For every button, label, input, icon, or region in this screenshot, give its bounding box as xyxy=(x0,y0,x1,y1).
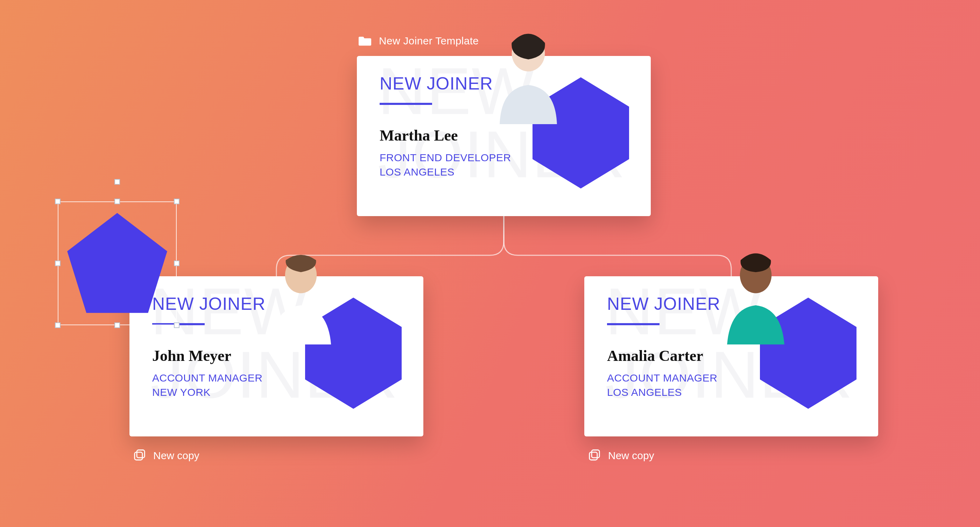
card-template-master[interactable]: NEW JOINER NEW JOINER Martha Lee FRONT E… xyxy=(357,56,651,216)
resize-handle-top-left[interactable] xyxy=(55,198,60,204)
svg-marker-10 xyxy=(67,213,167,313)
rotation-handle[interactable] xyxy=(115,179,120,185)
svg-rect-6 xyxy=(137,450,145,458)
resize-handle-bottom-right[interactable] xyxy=(174,322,180,328)
avatar-placeholder xyxy=(490,26,567,124)
resize-handle-bottom-left[interactable] xyxy=(55,322,60,328)
resize-handle-top-right[interactable] xyxy=(174,198,180,204)
copy-label-left[interactable]: New copy xyxy=(133,448,199,463)
copy-label-text: New copy xyxy=(608,450,654,462)
design-canvas[interactable]: New Joiner Template NEW JOINER NEW JOINE… xyxy=(0,0,980,527)
avatar-placeholder xyxy=(717,246,794,344)
template-header[interactable]: New Joiner Template xyxy=(359,35,479,47)
copy-label-text: New copy xyxy=(153,450,199,462)
copy-icon xyxy=(588,448,601,463)
template-title: New Joiner Template xyxy=(379,35,479,47)
svg-rect-9 xyxy=(590,452,597,460)
heading-underline xyxy=(607,323,660,325)
selected-shape-pentagon[interactable] xyxy=(58,182,177,325)
pentagon-shape[interactable] xyxy=(64,208,170,320)
svg-rect-7 xyxy=(135,452,142,460)
resize-handle-bottom-middle[interactable] xyxy=(115,322,120,328)
resize-handle-middle-left[interactable] xyxy=(55,260,60,266)
avatar-frame xyxy=(528,75,633,190)
heading-underline xyxy=(380,103,432,105)
resize-handle-middle-right[interactable] xyxy=(174,260,180,266)
svg-rect-8 xyxy=(592,450,599,458)
card-copy-right[interactable]: NEW JOINER NEW JOINER Amalia Carter ACCO… xyxy=(584,276,878,437)
avatar-placeholder xyxy=(262,246,339,344)
copy-icon xyxy=(133,448,146,463)
avatar-frame xyxy=(301,295,406,411)
folder-icon xyxy=(359,36,371,46)
copy-label-right[interactable]: New copy xyxy=(588,448,654,463)
resize-handle-top-middle[interactable] xyxy=(115,198,120,204)
avatar-frame xyxy=(756,295,861,411)
